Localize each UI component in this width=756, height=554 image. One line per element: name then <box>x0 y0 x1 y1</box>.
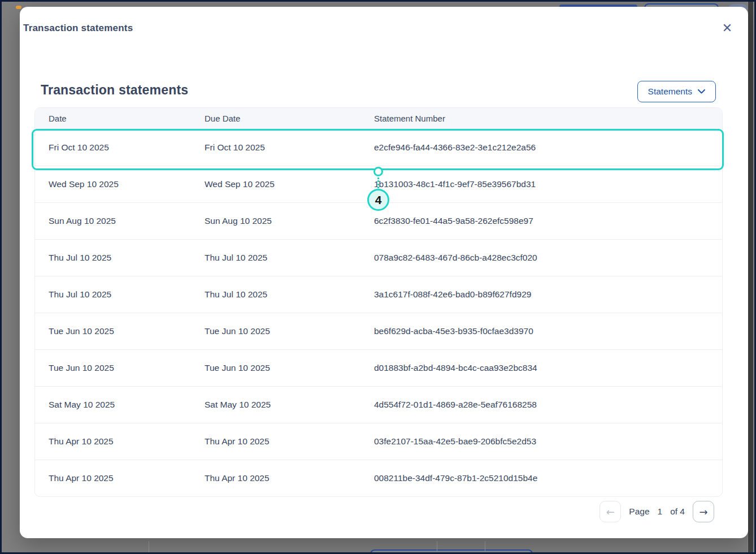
page-title: Transaction statements <box>41 83 188 98</box>
background-orange-dot <box>16 6 21 9</box>
cell-statement-number: e2cfe946-fa44-4366-83e2-3e1c212e2a56 <box>374 142 722 153</box>
table-row[interactable]: Tue Jun 10 2025 Tue Jun 10 2025 be6f629d… <box>35 313 722 349</box>
cell-due-date: Thu Apr 10 2025 <box>205 473 374 483</box>
pagination: ← Page 1 of 4 → <box>599 501 714 522</box>
close-icon[interactable]: ✕ <box>719 19 736 36</box>
cell-due-date: Wed Sep 10 2025 <box>205 179 374 189</box>
scrollbar-thumb[interactable] <box>748 2 753 552</box>
cell-due-date: Tue Jun 10 2025 <box>205 326 374 336</box>
cell-date: Sat May 10 2025 <box>35 400 205 410</box>
cell-statement-number: 1b131003-48c1-4f1c-9ef7-85e39567bd31 <box>374 179 722 189</box>
cell-statement-number: 6c2f3830-fe01-44a5-9a58-262efc598e97 <box>374 216 722 226</box>
annotation-dotted-connector <box>377 178 379 188</box>
column-header-statement-number: Statement Number <box>374 114 722 123</box>
table-row[interactable]: Tue Jun 10 2025 Tue Jun 10 2025 d01883bf… <box>35 349 722 386</box>
background-divider <box>485 541 485 554</box>
cell-statement-number: d01883bf-a2bd-4894-bc4c-caa93e2bc834 <box>374 363 722 373</box>
table-row[interactable]: Sat May 10 2025 Sat May 10 2025 4d554f72… <box>35 386 722 423</box>
cell-date: Fri Oct 10 2025 <box>35 142 205 153</box>
table-row[interactable]: Thu Jul 10 2025 Thu Jul 10 2025 078a9c82… <box>35 239 722 276</box>
page-indicator: Page 1 of 4 <box>629 507 685 517</box>
previous-page-button[interactable]: ← <box>599 501 621 522</box>
cell-due-date: Sun Aug 10 2025 <box>205 216 374 226</box>
cell-due-date: Sat May 10 2025 <box>205 400 374 410</box>
statements-dropdown-label: Statements <box>648 86 692 97</box>
statements-table: Date Due Date Statement Number Fri Oct 1… <box>34 107 723 497</box>
table-row[interactable]: Thu Apr 10 2025 Thu Apr 10 2025 008211be… <box>35 460 722 496</box>
page-count-label: of 4 <box>670 507 685 517</box>
column-header-date: Date <box>35 114 205 123</box>
column-header-due-date: Due Date <box>205 114 374 123</box>
cell-due-date: Thu Jul 10 2025 <box>205 289 374 300</box>
cell-statement-number: 4d554f72-01d1-4869-a28e-5eaf76168258 <box>374 400 722 410</box>
cell-date: Sun Aug 10 2025 <box>35 216 205 226</box>
cell-due-date: Thu Jul 10 2025 <box>205 253 374 263</box>
cell-statement-number: 3a1c617f-088f-42e6-bad0-b89f627fd929 <box>374 289 722 300</box>
modal-title: Transaction statements <box>23 23 133 34</box>
cell-due-date: Fri Oct 10 2025 <box>205 142 374 153</box>
cell-statement-number: 008211be-34df-479c-87b1-2c5210d15b4e <box>374 473 722 483</box>
cell-date: Thu Apr 10 2025 <box>35 473 205 483</box>
page-label: Page <box>629 507 649 517</box>
cell-date: Tue Jun 10 2025 <box>35 326 205 336</box>
cell-statement-number: 078a9c82-6483-467d-86cb-a428ec3cf020 <box>374 253 722 263</box>
table-row[interactable]: Thu Apr 10 2025 Thu Apr 10 2025 03fe2107… <box>35 423 722 460</box>
cell-due-date: Tue Jun 10 2025 <box>205 363 374 373</box>
cell-date: Tue Jun 10 2025 <box>35 363 205 373</box>
cell-statement-number: be6f629d-acba-45e3-b935-f0cfae3d3970 <box>374 326 722 336</box>
table-row[interactable]: Thu Jul 10 2025 Thu Jul 10 2025 3a1c617f… <box>35 276 722 313</box>
current-page-number: 1 <box>658 507 663 517</box>
statements-dropdown-button[interactable]: Statements <box>637 81 716 102</box>
screen: Transaction statements ✕ Transaction sta… <box>0 0 756 554</box>
annotation-badge: 4 <box>367 189 389 211</box>
background-divider <box>437 541 437 554</box>
transaction-statements-modal: Transaction statements ✕ Transaction sta… <box>20 7 748 538</box>
cell-due-date: Thu Apr 10 2025 <box>205 436 374 447</box>
background-divider <box>149 541 149 554</box>
cell-date: Thu Jul 10 2025 <box>35 253 205 263</box>
table-header-row: Date Due Date Statement Number <box>35 108 722 129</box>
cell-date: Thu Jul 10 2025 <box>35 289 205 300</box>
cell-date: Wed Sep 10 2025 <box>35 179 205 189</box>
cell-statement-number: 03fe2107-15aa-42e5-bae9-206bfc5e2d53 <box>374 436 722 447</box>
arrow-left-icon: ← <box>606 506 615 518</box>
table-row[interactable]: Fri Oct 10 2025 Fri Oct 10 2025 e2cfe946… <box>35 129 722 166</box>
annotation-anchor-circle <box>373 167 383 176</box>
arrow-right-icon: → <box>699 506 707 518</box>
next-page-button[interactable]: → <box>693 501 714 522</box>
cell-date: Thu Apr 10 2025 <box>35 436 205 447</box>
chevron-down-icon <box>698 89 705 94</box>
background-bottom-button-hint <box>370 549 533 554</box>
